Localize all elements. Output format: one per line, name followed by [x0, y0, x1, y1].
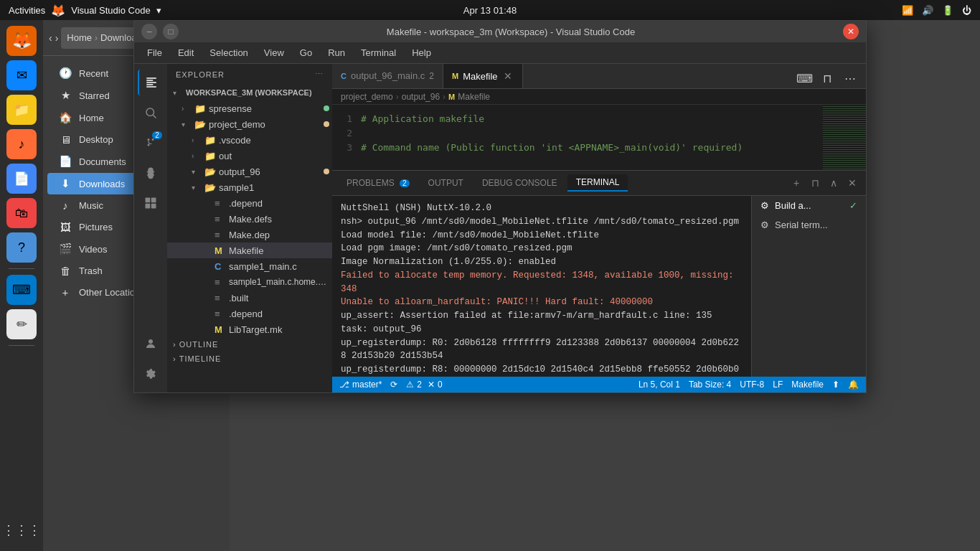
tree-project-demo[interactable]: ▾ 📂 project_demo: [167, 116, 332, 132]
tree-depend-1[interactable]: ≡ .depend: [167, 195, 332, 211]
actbar-accounts[interactable]: [138, 331, 164, 357]
fm-forward-button[interactable]: ›: [55, 28, 59, 48]
dock-appstore[interactable]: 🛍: [6, 198, 37, 228]
statusbar-sync[interactable]: ⟳: [390, 380, 397, 390]
breadcrumb-project-demo[interactable]: project_demo: [341, 92, 393, 102]
menu-selection[interactable]: Selection: [202, 44, 255, 61]
editor-split-button[interactable]: ⊓: [817, 68, 837, 88]
dock-grid[interactable]: ⋮⋮⋮: [6, 515, 37, 545]
statusbar-position[interactable]: Ln 5, Col 1: [639, 380, 680, 390]
tree-makedefs[interactable]: ≡ Make.defs: [167, 211, 332, 227]
explorer-more-button[interactable]: ⋯: [315, 70, 324, 79]
tree-makedep[interactable]: ≡ Make.dep: [167, 227, 332, 242]
activities-label[interactable]: Activities: [9, 5, 45, 16]
tree-workspace[interactable]: ▾ WORKSPACE_3M (WORKSPACE): [167, 85, 332, 100]
vscode-code-editor[interactable]: 1 2 3 # Application makefile # Command n…: [332, 105, 823, 170]
tree-out[interactable]: › 📁 out: [167, 148, 332, 164]
menu-file[interactable]: File: [140, 44, 169, 61]
tree-built[interactable]: ≡ .built: [167, 290, 332, 306]
dock-thunderbird[interactable]: ✉: [6, 60, 37, 90]
tree-depend-2[interactable]: ≡ .depend: [167, 306, 332, 321]
tree-makefile[interactable]: M Makefile: [167, 242, 332, 258]
tab-makefile-close[interactable]: ✕: [502, 70, 514, 82]
statusbar-remote[interactable]: ⬆: [832, 380, 839, 390]
tree-output-96[interactable]: ▾ 📂 output_96: [167, 164, 332, 179]
terminal-build-item[interactable]: ⚙ Build a... ✓: [752, 196, 866, 215]
makedep-icon: ≡: [215, 230, 226, 240]
term-line-1: NuttShell (NSH) NuttX-10.2.0: [341, 202, 743, 215]
tree-sample1-main[interactable]: C sample1_main.c: [167, 258, 332, 274]
panel-tab-problems[interactable]: PROBLEMS 2: [338, 175, 418, 191]
actbar-debug[interactable]: [138, 160, 164, 186]
panel-split-terminal[interactable]: ⊓: [807, 175, 823, 191]
menu-view[interactable]: View: [257, 44, 291, 61]
explorer-tree: ▾ WORKSPACE_3M (WORKSPACE) › 📁 spresense…: [167, 85, 332, 392]
dock-docs[interactable]: 📄: [6, 164, 37, 194]
dock-files[interactable]: 📁: [6, 95, 37, 125]
dock-help[interactable]: ?: [6, 232, 37, 263]
dock-text[interactable]: ✏: [6, 309, 37, 339]
statusbar-encoding[interactable]: UTF-8: [740, 380, 764, 390]
tree-spresense[interactable]: › 📁 spresense: [167, 100, 332, 116]
actbar-extensions[interactable]: [138, 190, 164, 216]
tree-sample1[interactable]: ▾ 📂 sample1: [167, 179, 332, 195]
actbar-explorer[interactable]: [138, 70, 164, 95]
statusbar-line-endings[interactable]: LF: [773, 380, 783, 390]
editor-terminal-button[interactable]: ⌨: [794, 68, 814, 88]
errors-count: 0: [438, 380, 443, 390]
vscode-terminal[interactable]: NuttShell (NSH) NuttX-10.2.0 nsh> output…: [332, 196, 751, 377]
statusbar-bell[interactable]: 🔔: [848, 380, 859, 390]
statusbar-problems[interactable]: ⚠ 2 ✕ 0: [406, 380, 442, 390]
spresense-folder-icon: 📁: [194, 103, 206, 114]
breadcrumb-sep-2: ›: [443, 92, 446, 102]
timeline-section[interactable]: › TIMELINE: [167, 352, 332, 366]
dock-firefox[interactable]: 🦊: [6, 26, 37, 56]
vscode-close-button[interactable]: ✕: [843, 24, 859, 39]
actbar-settings[interactable]: [138, 361, 164, 387]
tree-vscode[interactable]: › 📁 .vscode: [167, 132, 332, 148]
dock-rhythmbox[interactable]: ♪: [6, 129, 37, 159]
vscode-minimize-button[interactable]: –: [141, 24, 157, 39]
project-demo-dot: [324, 121, 329, 127]
menu-go[interactable]: Go: [293, 44, 319, 61]
statusbar-branch[interactable]: ⎇ master*: [339, 380, 382, 390]
menu-run[interactable]: Run: [321, 44, 352, 61]
fm-back-button[interactable]: ‹: [49, 28, 52, 48]
menu-edit[interactable]: Edit: [171, 44, 201, 61]
breadcrumb-sep-1: ›: [396, 92, 399, 102]
panel-tab-debug-console[interactable]: DEBUG CONSOLE: [473, 175, 566, 191]
terminal-list-panel: ⚙ Build a... ✓ ⚙ Serial term...: [751, 196, 866, 377]
fm-breadcrumb-home[interactable]: Home: [67, 32, 92, 43]
panel-add-terminal[interactable]: +: [788, 175, 804, 191]
panel-tab-output[interactable]: OUTPUT: [420, 175, 472, 191]
breadcrumb-output-96[interactable]: output_96: [402, 92, 440, 102]
tab-makefile[interactable]: M Makefile ✕: [443, 64, 523, 88]
panel-collapse[interactable]: ∧: [826, 175, 842, 191]
tab-num-label: 2: [429, 71, 434, 81]
statusbar-language[interactable]: Makefile: [791, 380, 824, 390]
svg-rect-4: [146, 204, 151, 209]
tab-output-96-main[interactable]: C output_96_main.c 2: [332, 64, 443, 88]
svg-point-0: [146, 108, 154, 116]
app-dropdown-icon[interactable]: ▾: [156, 5, 161, 16]
editor-more-button[interactable]: ⋯: [840, 68, 860, 88]
actbar-search[interactable]: [138, 100, 164, 126]
tree-sample1-main-home[interactable]: ≡ sample1_main.c.home.karthi.pro...: [167, 274, 332, 290]
tree-libtarget[interactable]: M LibTarget.mk: [167, 321, 332, 337]
vscode-maximize-button[interactable]: □: [163, 24, 179, 39]
breadcrumb-makefile[interactable]: Makefile: [458, 92, 490, 102]
terminal-serial-item[interactable]: ⚙ Serial term...: [752, 215, 866, 235]
menu-terminal[interactable]: Terminal: [354, 44, 403, 61]
system-bar-right: 📶 🔊 🔋 ⏻: [902, 5, 971, 16]
panel-tab-terminal[interactable]: TERMINAL: [567, 174, 628, 192]
statusbar-tab-size[interactable]: Tab Size: 4: [689, 380, 731, 390]
dock-vscode[interactable]: ⌨: [6, 275, 37, 305]
serial-label: Serial term...: [775, 220, 828, 230]
panel-close[interactable]: ✕: [844, 175, 860, 191]
outline-section[interactable]: › OUTLINE: [167, 337, 332, 352]
menu-help[interactable]: Help: [405, 44, 438, 61]
makedep-label: Make.dep: [229, 230, 329, 240]
power-icon[interactable]: ⏻: [962, 5, 971, 16]
actbar-source-control[interactable]: 2: [138, 130, 164, 156]
code-content: # Application makefile # Command name (P…: [361, 110, 823, 164]
